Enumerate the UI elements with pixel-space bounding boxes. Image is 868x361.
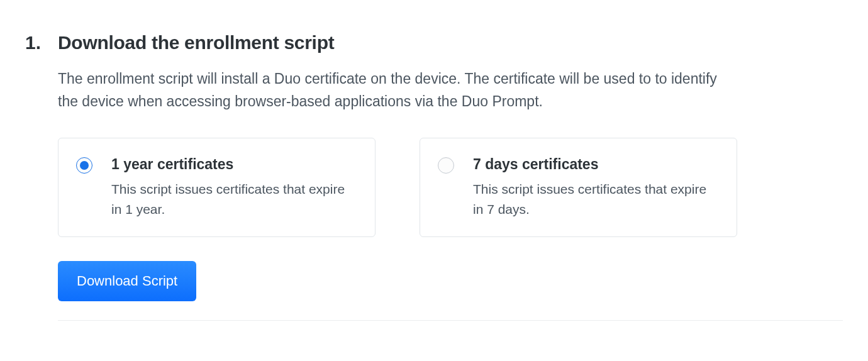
step-number: 1.	[25, 31, 47, 54]
option-text: 7 days certificates This script issues c…	[473, 156, 719, 219]
section-divider	[58, 320, 843, 321]
step-title: Download the enrollment script	[58, 31, 843, 54]
option-title: 7 days certificates	[473, 156, 719, 173]
download-script-button[interactable]: Download Script	[58, 261, 196, 301]
option-text: 1 year certificates This script issues c…	[111, 156, 357, 219]
certificate-options: 1 year certificates This script issues c…	[58, 138, 843, 237]
radio-selected-dot	[80, 161, 89, 170]
option-7-days[interactable]: 7 days certificates This script issues c…	[420, 138, 737, 237]
option-1-year[interactable]: 1 year certificates This script issues c…	[58, 138, 376, 237]
option-title: 1 year certificates	[111, 156, 357, 173]
step-content: Download the enrollment script The enrol…	[58, 31, 843, 321]
step-container: 1. Download the enrollment script The en…	[25, 31, 843, 321]
option-description: This script issues certificates that exp…	[111, 179, 357, 219]
radio-icon	[438, 157, 454, 174]
radio-icon	[76, 157, 92, 174]
option-description: This script issues certificates that exp…	[473, 179, 719, 219]
step-description: The enrollment script will install a Duo…	[58, 68, 737, 113]
